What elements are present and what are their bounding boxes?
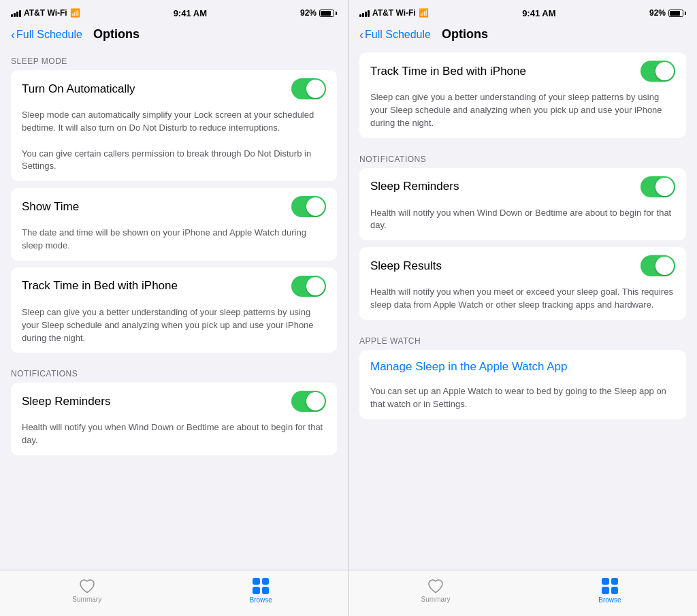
desc-track-time-right: Sleep can give you a better understandin…	[359, 90, 686, 138]
tab-label-browse-left: Browse	[250, 596, 272, 604]
back-label-left: Full Schedule	[16, 29, 82, 41]
desc-manage-sleep: You can set up an Apple Watch to wear to…	[359, 384, 686, 419]
toggle-row-sleep-results: Sleep Results	[359, 247, 686, 285]
card-turn-on-auto: Turn On Automatically Sleep mode can aut…	[11, 70, 337, 181]
nav-bar-right: ‹ Full Schedule Options	[348, 25, 697, 47]
toggle-row-sleep-reminders-left: Sleep Reminders	[11, 383, 337, 420]
desc-sleep-reminders-left: Health will notify you when Wind Down or…	[11, 420, 337, 455]
browse-icon-left	[253, 578, 269, 594]
desc-show-time: The date and time will be shown on your …	[11, 225, 337, 261]
carrier-left: AT&T Wi-Fi	[24, 8, 67, 18]
toggle-label-sleep-reminders-left: Sleep Reminders	[22, 395, 110, 408]
status-left-right: AT&T Wi-Fi 📶	[359, 8, 429, 18]
toggle-label-turn-on-auto: Turn On Automatically	[22, 82, 135, 96]
toggle-row-manage-sleep[interactable]: Manage Sleep in the Apple Watch App	[359, 350, 686, 384]
battery-percent-left: 92%	[300, 8, 317, 18]
browse-icon-right	[602, 578, 618, 594]
section-header-apple-watch: APPLE WATCH	[348, 327, 697, 350]
desc-sleep-reminders-right: Health will notify you when Wind Down or…	[359, 206, 686, 241]
card-show-time: Show Time The date and time will be show…	[11, 188, 337, 261]
tab-label-browse-right: Browse	[598, 596, 621, 604]
wifi-icon-right: 📶	[419, 8, 429, 18]
time-left: 9:41 AM	[174, 8, 207, 18]
toggle-switch-track-time-left[interactable]	[291, 276, 326, 297]
toggle-label-sleep-results: Sleep Results	[370, 259, 442, 273]
signal-icon	[11, 9, 21, 17]
summary-icon-left	[79, 579, 95, 594]
toggle-label-track-time-left: Track Time in Bed with iPhone	[22, 279, 178, 293]
toggle-switch-turn-on-auto[interactable]	[291, 78, 326, 99]
tab-bar-left: Summary Browse	[0, 570, 348, 616]
toggle-switch-show-time[interactable]	[291, 196, 326, 217]
battery-icon-left	[319, 10, 337, 17]
status-bar-right: AT&T Wi-Fi 📶 9:41 AM 92%	[348, 0, 697, 25]
card-sleep-results: Sleep Results Health will notify you whe…	[359, 247, 686, 320]
toggle-label-manage-sleep[interactable]: Manage Sleep in the Apple Watch App	[370, 360, 568, 374]
page-title-left: Options	[93, 27, 140, 42]
card-track-time-right: Track Time in Bed with iPhone Sleep can …	[359, 52, 686, 138]
signal-icon-right	[359, 9, 370, 17]
tab-browse-left[interactable]: Browse	[174, 570, 348, 616]
tab-summary-left[interactable]: Summary	[0, 570, 174, 616]
status-right-right: 92%	[649, 8, 686, 18]
tab-summary-right[interactable]: Summary	[348, 570, 523, 616]
left-panel: AT&T Wi-Fi 📶 9:41 AM 92% ‹ Full Schedule…	[0, 0, 348, 616]
back-button-right[interactable]: ‹ Full Schedule	[359, 29, 431, 41]
back-arrow-icon-left: ‹	[11, 29, 15, 41]
content-right: Track Time in Bed with iPhone Sleep can …	[348, 47, 697, 570]
desc-turn-on-auto: Sleep mode can automatically simplify yo…	[11, 108, 337, 181]
status-left: AT&T Wi-Fi 📶	[11, 8, 80, 18]
status-bar-left: AT&T Wi-Fi 📶 9:41 AM 92%	[0, 0, 348, 25]
status-right-left: 92%	[300, 8, 337, 18]
tab-bar-right: Summary Browse	[348, 570, 697, 616]
toggle-row-sleep-reminders-right: Sleep Reminders	[359, 168, 686, 206]
card-sleep-reminders-left: Sleep Reminders Health will notify you w…	[11, 383, 337, 455]
battery-icon-right	[668, 10, 686, 17]
tab-label-summary-left: Summary	[72, 596, 101, 603]
section-header-notifications-left: NOTIFICATIONS	[0, 359, 348, 383]
summary-icon-right	[427, 579, 444, 594]
toggle-row-track-time-left: Track Time in Bed with iPhone	[11, 268, 337, 305]
time-right: 9:41 AM	[522, 8, 555, 18]
toggle-row-track-time-right: Track Time in Bed with iPhone	[359, 52, 686, 90]
card-manage-sleep: Manage Sleep in the Apple Watch App You …	[359, 350, 686, 419]
tab-label-summary-right: Summary	[421, 596, 451, 603]
desc-track-time-left: Sleep can give you a better understandin…	[11, 305, 337, 353]
back-button-left[interactable]: ‹ Full Schedule	[11, 29, 82, 41]
section-header-sleep-mode: SLEEP MODE	[0, 47, 348, 70]
battery-percent-right: 92%	[649, 8, 666, 18]
back-arrow-icon-right: ‹	[359, 29, 363, 41]
toggle-switch-sleep-reminders-left[interactable]	[291, 391, 326, 412]
page-title-right: Options	[442, 27, 488, 42]
toggle-label-sleep-reminders-right: Sleep Reminders	[370, 180, 459, 193]
back-label-right: Full Schedule	[365, 29, 431, 41]
toggle-switch-sleep-results[interactable]	[641, 255, 675, 276]
toggle-switch-sleep-reminders-right[interactable]	[641, 176, 675, 197]
toggle-label-track-time-right: Track Time in Bed with iPhone	[370, 65, 526, 78]
carrier-right: AT&T Wi-Fi	[372, 8, 416, 18]
right-panel: AT&T Wi-Fi 📶 9:41 AM 92% ‹ Full Schedule…	[348, 0, 697, 616]
card-track-time-left: Track Time in Bed with iPhone Sleep can …	[11, 268, 337, 353]
toggle-row-show-time: Show Time	[11, 188, 337, 225]
desc-sleep-results: Health will notify you when you meet or …	[359, 285, 686, 320]
content-left: SLEEP MODE Turn On Automatically Sleep m…	[0, 47, 348, 570]
tab-browse-right[interactable]: Browse	[523, 570, 697, 616]
toggle-switch-track-time-right[interactable]	[641, 61, 675, 82]
toggle-row-turn-on-auto: Turn On Automatically	[11, 70, 337, 108]
section-header-notifications-right: NOTIFICATIONS	[348, 145, 697, 168]
toggle-label-show-time: Show Time	[22, 200, 79, 214]
nav-bar-left: ‹ Full Schedule Options	[0, 25, 348, 47]
wifi-icon-left: 📶	[70, 8, 80, 18]
card-sleep-reminders-right: Sleep Reminders Health will notify you w…	[359, 168, 686, 241]
